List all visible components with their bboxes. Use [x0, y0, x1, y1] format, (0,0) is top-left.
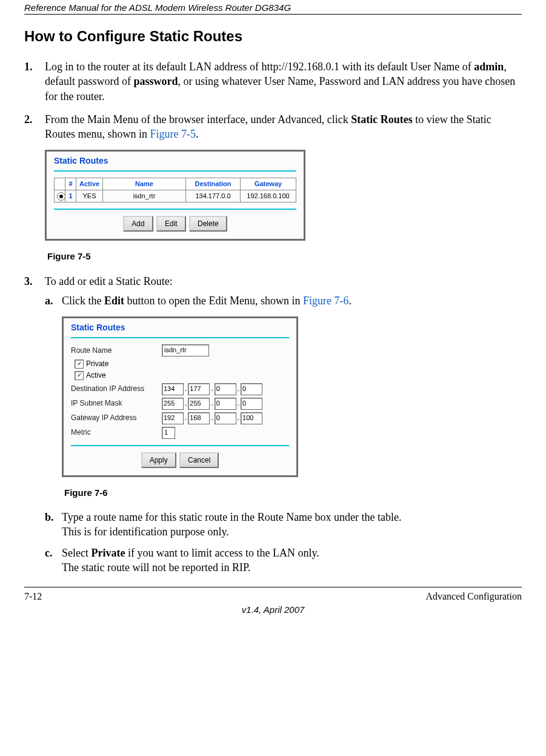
table-row-name: isdn_rtr [103, 190, 186, 202]
dest-ip-octet-1[interactable]: 134 [162, 383, 184, 395]
table-row-active: YES [76, 190, 103, 202]
table-header-row: # Active Name Destination Gateway [55, 178, 296, 190]
figure-7-5-panel: Static Routes # Active Name Destination [45, 150, 305, 241]
edit-button[interactable]: Edit [156, 216, 186, 232]
private-checkbox[interactable]: ✓ [75, 360, 84, 369]
step-3a-edit: Edit [104, 295, 124, 307]
active-label: Active [86, 370, 106, 380]
metric-input[interactable]: 1 [162, 427, 175, 439]
dest-ip-octet-4[interactable]: 0 [241, 383, 262, 395]
gateway-label: Gateway IP Address [71, 413, 162, 423]
route-name-label: Route Name [71, 346, 162, 355]
figure-7-5-caption: Figure 7-5 [47, 250, 522, 263]
step-3a-text-a: Click the [62, 295, 104, 307]
step-3-text: To add or edit a Static Route: [45, 275, 173, 287]
table-header-blank [55, 178, 65, 190]
step-2-text-a: From the Main Menu of the browser interf… [45, 113, 351, 125]
subnet-octet-2[interactable]: 255 [188, 398, 210, 410]
table-row-gateway: 192.168.0.100 [241, 190, 296, 202]
gateway-octet-1[interactable]: 192 [162, 412, 184, 424]
metric-label: Metric [71, 427, 162, 437]
gateway-octet-4[interactable]: 100 [241, 412, 262, 424]
step-3b: Type a route name for this static route … [45, 510, 522, 540]
step-2-text-c: . [196, 128, 199, 140]
table-row-destination: 134.177.0.0 [186, 190, 241, 202]
step-3c: Select Private if you want to limit acce… [45, 546, 522, 575]
step-3c-private: Private [91, 547, 125, 559]
table-row-num: 1 [65, 190, 76, 202]
active-checkbox[interactable]: ✓ [75, 371, 84, 380]
step-2-figure-link[interactable]: Figure 7-5 [150, 128, 196, 140]
dest-ip-label: Destination IP Address [71, 384, 162, 393]
gateway-octet-2[interactable]: 168 [188, 412, 210, 424]
figure-7-6-title: Static Routes [71, 322, 289, 333]
divider [71, 445, 289, 446]
step-3a-text-c: . [349, 295, 352, 307]
figure-7-5-title: Static Routes [54, 155, 296, 167]
divider [71, 337, 289, 338]
step-3a-figure-link[interactable]: Figure 7-6 [303, 295, 349, 307]
step-1: Log in to the router at its default LAN … [24, 59, 522, 104]
private-label: Private [86, 359, 108, 369]
step-2-staticroutes: Static Routes [351, 113, 413, 125]
footer-rule [24, 587, 522, 587]
table-row-radio[interactable] [55, 190, 65, 202]
header-rule [24, 14, 522, 15]
section-title: How to Configure Static Routes [24, 28, 522, 45]
subnet-octet-3[interactable]: 0 [215, 398, 236, 410]
figure-7-6-panel: Static Routes Route Name isdn_rtr ✓ Priv… [62, 316, 298, 477]
step-3c-text-a: Select [62, 547, 91, 559]
footer-page-number: 7-12 [24, 591, 42, 602]
step-3a: Click the Edit button to open the Edit M… [45, 293, 522, 499]
figure-7-6-caption: Figure 7-6 [64, 487, 522, 499]
route-name-input[interactable]: isdn_rtr [162, 344, 209, 356]
divider [54, 170, 296, 172]
table-row: 1 YES isdn_rtr 134.177.0.0 192.168.0.100 [55, 190, 296, 202]
step-3c-text-b: if you want to limit access to the LAN o… [125, 547, 319, 559]
step-1-admin: admin [474, 61, 504, 73]
step-1-text-a: Log in to the router at its default LAN … [45, 61, 474, 73]
step-2: From the Main Menu of the browser interf… [24, 112, 522, 263]
gateway-octet-3[interactable]: 0 [215, 412, 236, 424]
apply-button[interactable]: Apply [141, 452, 176, 468]
table-header-gateway: Gateway [241, 178, 296, 190]
table-header-name: Name [103, 178, 186, 190]
footer-chapter: Advanced Configuration [425, 591, 522, 602]
footer-version: v1.4, April 2007 [24, 604, 522, 615]
step-3b-text-a: Type a route name for this static route … [62, 511, 402, 523]
cancel-button[interactable]: Cancel [179, 452, 219, 468]
step-3: To add or edit a Static Route: Click the… [24, 274, 522, 575]
subnet-octet-1[interactable]: 255 [162, 398, 184, 410]
dest-ip-octet-3[interactable]: 0 [215, 383, 236, 395]
divider [54, 209, 296, 210]
running-header: Reference Manual for the ADSL Modem Wire… [24, 0, 522, 14]
step-3c-text-c: The static route will not be reported in… [62, 561, 250, 574]
table-header-num: # [65, 178, 76, 190]
dest-ip-octet-2[interactable]: 177 [188, 383, 210, 395]
table-header-active: Active [76, 178, 103, 190]
subnet-label: IP Subnet Mask [71, 398, 162, 408]
static-routes-table: # Active Name Destination Gateway 1 YES … [54, 178, 296, 202]
table-header-destination: Destination [186, 178, 241, 190]
add-button[interactable]: Add [123, 216, 153, 232]
step-1-password: password [133, 75, 178, 87]
delete-button[interactable]: Delete [189, 216, 227, 232]
subnet-octet-4[interactable]: 0 [241, 398, 262, 410]
step-3a-text-b: button to open the Edit Menu, shown in [124, 295, 303, 307]
step-3b-text-b: This is for identification purpose only. [62, 526, 229, 538]
